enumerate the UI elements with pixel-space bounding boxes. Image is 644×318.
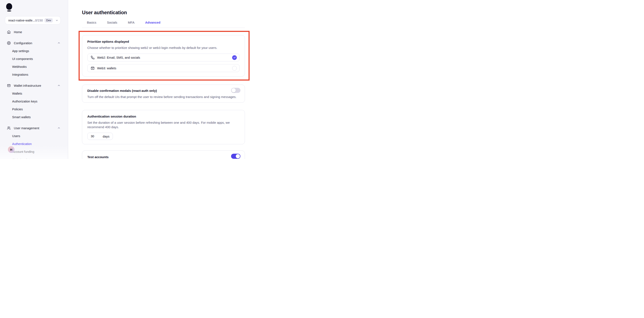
option-web3[interactable]: Web3: wallets: [87, 64, 240, 72]
confirmation-modals-toggle[interactable]: [231, 88, 240, 93]
duration-value[interactable]: 30: [91, 135, 103, 138]
sidebar-item-label: Webhooks: [12, 65, 26, 68]
sidebar-nav: Home Configuration App settings UI compo…: [0, 28, 68, 159]
sidebar-item-app-settings[interactable]: App settings: [0, 47, 68, 55]
tab-socials[interactable]: Socials: [107, 21, 117, 28]
test-accounts-card: Test accounts: [82, 151, 245, 159]
sidebar-item-label: Users: [12, 134, 20, 138]
sidebar-item-integrations[interactable]: Integrations: [0, 71, 68, 78]
sidebar-item-authorization-keys[interactable]: Authorization keys: [0, 97, 68, 105]
radio-unselected-icon[interactable]: [232, 66, 237, 71]
gear-icon: [7, 41, 11, 45]
card-title: Disable confirmation modals (react-auth …: [87, 89, 240, 93]
sidebar-item-label: Smart wallets: [12, 115, 31, 119]
wallet-icon: [7, 84, 11, 87]
sidebar-item-label: Authorization keys: [12, 100, 37, 103]
tab-bar: Basics Socials MFA Advanced: [82, 21, 245, 28]
avatar[interactable]: H: [8, 146, 14, 153]
chevron-up-icon: [57, 84, 60, 87]
users-icon: [7, 126, 11, 130]
priority-options: Web2: Email, SMS, and socials Web3: wall…: [87, 54, 240, 72]
sidebar-item-ui-components[interactable]: UI components: [0, 55, 68, 63]
sidebar-item-smart-wallets[interactable]: Smart wallets: [0, 113, 68, 121]
sidebar-section-label: Configuration: [14, 41, 57, 45]
sidebar: react-native-walle... 0/150 Dev Home Con…: [0, 0, 68, 159]
sidebar-item-label: Authentication: [12, 142, 32, 146]
sidebar-item-label: Account funding: [12, 150, 34, 154]
sidebar-item-policies[interactable]: Policies: [0, 105, 68, 113]
chevron-up-icon: [57, 41, 60, 45]
sidebar-item-label: Integrations: [12, 73, 28, 76]
sidebar-item-label: UI components: [12, 57, 33, 61]
sidebar-item-wallets[interactable]: Wallets: [0, 90, 68, 97]
sidebar-item-global-wallet[interactable]: Global wallet: [0, 156, 68, 159]
home-icon: [7, 30, 11, 34]
tab-basics[interactable]: Basics: [87, 21, 96, 28]
sidebar-section-label: User management: [14, 127, 57, 130]
test-accounts-toggle[interactable]: [231, 154, 240, 159]
card-title: Authentication session duration: [87, 114, 240, 119]
option-label: Web2: Email, SMS, and socials: [97, 56, 232, 59]
toggle-knob: [236, 154, 240, 158]
sidebar-section-wallet-infrastructure[interactable]: Wallet infrastructure: [0, 82, 68, 90]
sidebar-section-label: Wallet infrastructure: [14, 84, 57, 87]
chevron-down-icon: [55, 19, 58, 22]
sidebar-item-webhooks[interactable]: Webhooks: [0, 63, 68, 71]
sidebar-item-label: Policies: [12, 108, 23, 111]
sidebar-item-label: Wallets: [12, 92, 22, 95]
project-name: react-native-walle...: [8, 19, 35, 22]
wallet-icon: [91, 66, 94, 70]
toggle-knob: [232, 88, 236, 92]
card-title: Test accounts: [87, 155, 240, 159]
privy-logo: [6, 3, 14, 12]
option-label: Web3: wallets: [97, 67, 232, 70]
prioritize-options-card: Prioritize options displayed Choose whet…: [82, 35, 245, 77]
sidebar-item-label: Global wallet: [12, 158, 30, 159]
sidebar-item-label: Home: [14, 30, 60, 34]
project-user-count: 0/150: [35, 19, 43, 22]
card-description: Turn off the default UIs that prompt the…: [87, 95, 240, 99]
card-title: Prioritize options displayed: [87, 39, 240, 44]
main-content: User authentication Basics Socials MFA A…: [68, 0, 322, 159]
sidebar-section-user-management[interactable]: User management: [0, 124, 68, 132]
project-selector[interactable]: react-native-walle... 0/150 Dev: [5, 16, 61, 24]
tab-mfa[interactable]: MFA: [128, 21, 134, 28]
radio-selected-icon[interactable]: [232, 55, 237, 60]
env-badge: Dev: [44, 18, 53, 22]
option-web2[interactable]: Web2: Email, SMS, and socials: [87, 54, 240, 61]
sidebar-section-configuration[interactable]: Configuration: [0, 39, 68, 47]
sidebar-item-home[interactable]: Home: [0, 28, 68, 36]
sidebar-item-label: App settings: [12, 49, 29, 53]
sidebar-item-users[interactable]: Users: [0, 132, 68, 140]
card-description: Set the duration of a user session befor…: [87, 120, 240, 129]
session-duration-card: Authentication session duration Set the …: [82, 110, 245, 144]
page-title: User authentication: [82, 10, 245, 15]
phone-icon: [91, 56, 94, 59]
duration-unit: days: [103, 135, 110, 138]
card-description: Choose whether to prioritize showing web…: [87, 45, 240, 50]
session-duration-input[interactable]: 30 days: [87, 133, 113, 140]
confirmation-modals-card: Disable confirmation modals (react-auth …: [82, 85, 245, 103]
tab-advanced[interactable]: Advanced: [145, 21, 160, 28]
red-highlight-annotation: Prioritize options displayed Choose whet…: [78, 31, 250, 81]
chevron-up-icon: [57, 127, 60, 130]
